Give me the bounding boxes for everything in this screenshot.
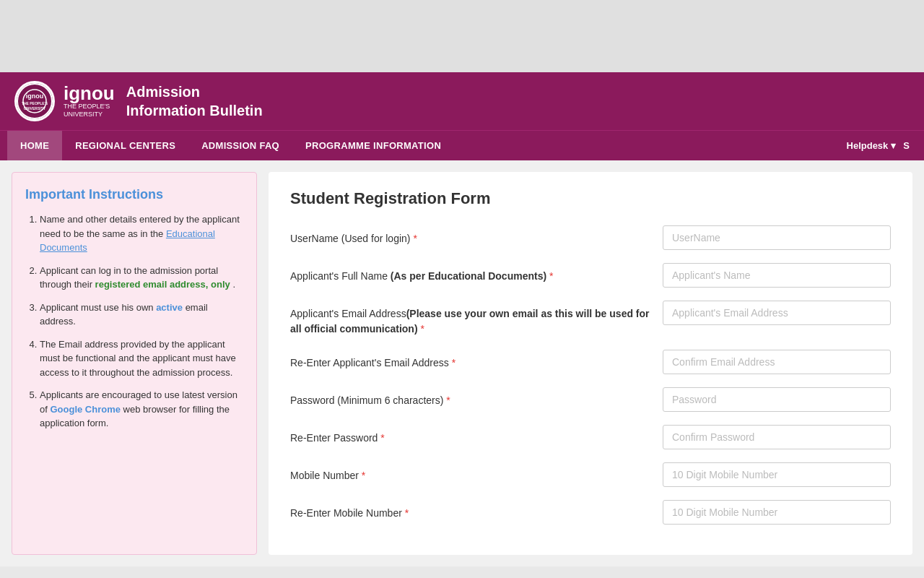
helpdesk-dropdown[interactable]: Helpdesk ▾ [847, 140, 897, 151]
required-marker: * [420, 323, 424, 335]
email-label-bold: (Please use your own email as this will … [290, 308, 650, 335]
mobile-label: Mobile Number * [290, 462, 651, 483]
email-label: Applicant's Email Address(Please use you… [290, 301, 651, 337]
email-row: Applicant's Email Address(Please use you… [290, 301, 891, 337]
required-marker: * [380, 432, 384, 444]
list-item: Applicant must use his own active email … [40, 301, 243, 329]
username-row: UserName (Used for login) * [290, 225, 891, 250]
required-marker: * [405, 507, 409, 519]
svg-text:UNIVERSITY: UNIVERSITY [24, 106, 46, 111]
username-input[interactable] [663, 225, 891, 250]
sidebar: Important Instructions Name and other de… [12, 172, 257, 555]
header-title: Admission Information Bulletin [126, 82, 263, 120]
sidebar-title: Important Instructions [25, 187, 243, 202]
nav-links: HOME REGIONAL CENTERS ADMISSION FAQ PROG… [7, 131, 454, 160]
confirm-mobile-input[interactable] [663, 500, 891, 525]
nav-programme-information[interactable]: PROGRAMME INFORMATION [292, 131, 454, 160]
mobile-input[interactable] [663, 462, 891, 487]
instruction-text: Applicant must use his own [40, 302, 156, 313]
list-item: Applicants are encouraged to use latest … [40, 388, 243, 431]
fullname-input[interactable] [663, 263, 891, 288]
svg-text:ignou: ignou [26, 92, 44, 100]
confirm-password-input[interactable] [663, 425, 891, 449]
active-link[interactable]: active [156, 302, 183, 313]
google-chrome-link[interactable]: Google Chrome [50, 404, 121, 415]
required-marker: * [413, 233, 417, 244]
confirm-mobile-label: Re-Enter Mobile Number * [290, 500, 651, 521]
nav-right: Helpdesk ▾ S [847, 140, 917, 151]
svg-text:THE PEOPLE'S: THE PEOPLE'S [22, 101, 48, 105]
navbar: HOME REGIONAL CENTERS ADMISSION FAQ PROG… [0, 130, 924, 160]
confirm-email-input[interactable] [663, 350, 891, 374]
password-input[interactable] [663, 387, 891, 412]
nav-admission-faq[interactable]: ADMISSION FAQ [188, 131, 292, 160]
required-marker: * [362, 470, 365, 481]
mobile-row: Mobile Number * [290, 462, 891, 487]
instruction-text: . [232, 279, 235, 290]
registered-email-link[interactable]: registered email address, only [95, 279, 230, 290]
required-marker: * [446, 394, 450, 406]
instruction-text: The Email address provided by the applic… [40, 339, 236, 378]
form-title: Student Registration Form [290, 189, 891, 208]
password-row: Password (Minimum 6 characters) * [290, 387, 891, 412]
list-item: Applicant can log in to the admission po… [40, 264, 243, 292]
nav-regional-centers[interactable]: REGIONAL CENTERS [62, 131, 188, 160]
password-label: Password (Minimum 6 characters) * [290, 387, 651, 408]
username-label: UserName (Used for login) * [290, 225, 651, 246]
ignou-logo-icon: ignou THE PEOPLE'S UNIVERSITY [14, 81, 55, 121]
confirm-mobile-row: Re-Enter Mobile Number * [290, 500, 891, 525]
helpdesk-chevron-icon: ▾ [891, 140, 896, 151]
header: ignou THE PEOPLE'S UNIVERSITY ignou THE … [0, 72, 924, 130]
fullname-row: Applicant's Full Name (As per Educationa… [290, 263, 891, 288]
helpdesk-label: Helpdesk [847, 140, 889, 151]
fullname-label-bold: (As per Educational Documents) [391, 270, 546, 282]
main-content: Important Instructions Name and other de… [0, 160, 924, 566]
required-marker: * [452, 357, 456, 368]
ignou-tagline: THE PEOPLE'SUNIVERSITY [64, 103, 115, 118]
fullname-label: Applicant's Full Name (As per Educationa… [290, 263, 651, 284]
ignou-brand: ignou THE PEOPLE'SUNIVERSITY [64, 84, 115, 118]
signin-button[interactable]: S [903, 140, 910, 151]
list-item: Name and other details entered by the ap… [40, 212, 243, 255]
confirm-password-label: Re-Enter Password * [290, 425, 651, 446]
ignou-name: ignou [64, 84, 115, 103]
form-area: Student Registration Form UserName (Used… [269, 172, 912, 555]
required-marker: * [549, 270, 553, 282]
nav-home[interactable]: HOME [7, 131, 62, 160]
confirm-email-row: Re-Enter Applicant's Email Address * [290, 350, 891, 374]
email-input[interactable] [663, 301, 891, 325]
top-bar [0, 0, 924, 72]
logo-area: ignou THE PEOPLE'S UNIVERSITY ignou THE … [14, 81, 115, 121]
list-item: The Email address provided by the applic… [40, 337, 243, 380]
confirm-email-label: Re-Enter Applicant's Email Address * [290, 350, 651, 371]
instructions-list: Name and other details entered by the ap… [25, 212, 243, 431]
confirm-password-row: Re-Enter Password * [290, 425, 891, 449]
